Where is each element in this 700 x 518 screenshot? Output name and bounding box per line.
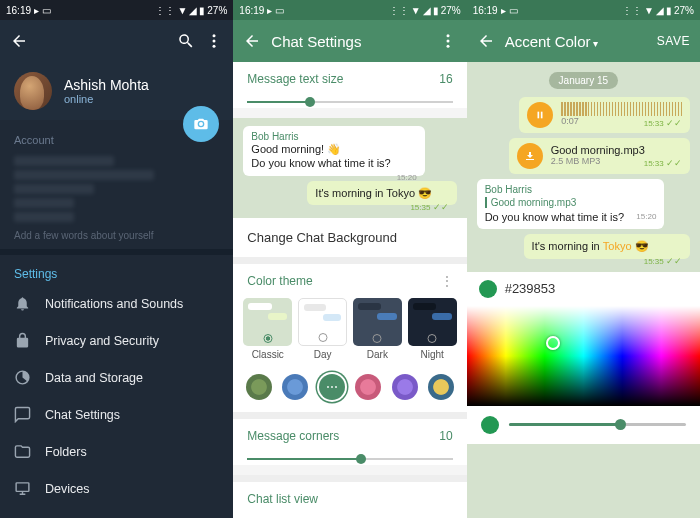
back-icon[interactable] bbox=[243, 32, 261, 50]
back-icon[interactable] bbox=[477, 32, 495, 50]
color-spectrum[interactable] bbox=[467, 306, 700, 406]
setting-data[interactable]: Data and Storage bbox=[0, 359, 233, 396]
date-pill: January 15 bbox=[549, 72, 618, 89]
theme-dark[interactable]: Dark bbox=[353, 298, 402, 360]
svg-point-7 bbox=[446, 45, 449, 48]
svg-point-1 bbox=[213, 40, 216, 43]
svg-rect-3 bbox=[16, 483, 29, 492]
page-title: Chat Settings bbox=[271, 33, 428, 50]
more-icon[interactable] bbox=[439, 32, 457, 50]
color-swatch[interactable] bbox=[282, 374, 308, 400]
color-swatch[interactable] bbox=[428, 374, 454, 400]
accent-dropdown[interactable]: Accent Color▾ bbox=[505, 33, 647, 50]
profile-header: Ashish Mohta online bbox=[0, 62, 233, 120]
setting-language[interactable]: Language bbox=[0, 507, 233, 518]
theme-night[interactable]: Night bbox=[408, 298, 457, 360]
color-swatch[interactable] bbox=[355, 374, 381, 400]
setting-devices[interactable]: Devices bbox=[0, 470, 233, 507]
status-bar: 16:19 ▸ ▭ ⋮⋮▼◢▮27% bbox=[0, 0, 233, 20]
svg-point-0 bbox=[213, 34, 216, 37]
setting-chat[interactable]: Chat Settings bbox=[0, 396, 233, 433]
settings-label: Settings bbox=[0, 255, 233, 285]
svg-point-5 bbox=[446, 34, 449, 37]
accent-toolbar: Accent Color▾ SAVE bbox=[467, 20, 700, 62]
color-preview-dot bbox=[479, 280, 497, 298]
svg-rect-8 bbox=[538, 112, 540, 119]
theme-day[interactable]: Day bbox=[298, 298, 347, 360]
status-bar: 16:19 ▸ ▭ ⋮⋮▼◢▮27% bbox=[233, 0, 466, 20]
profile-name: Ashish Mohta bbox=[64, 77, 149, 93]
status-bar: 16:19 ▸ ▭ ⋮⋮▼◢▮27% bbox=[467, 0, 700, 20]
svg-point-2 bbox=[213, 45, 216, 48]
profile-status: online bbox=[64, 93, 149, 105]
back-icon[interactable] bbox=[10, 32, 28, 50]
setting-folders[interactable]: Folders bbox=[0, 433, 233, 470]
theme-classic[interactable]: Classic bbox=[243, 298, 292, 360]
search-icon[interactable] bbox=[177, 32, 195, 50]
avatar[interactable] bbox=[14, 72, 52, 110]
chat-settings-toolbar: Chat Settings bbox=[233, 20, 466, 62]
more-icon[interactable] bbox=[205, 32, 223, 50]
setting-privacy[interactable]: Privacy and Security bbox=[0, 322, 233, 359]
pause-button[interactable] bbox=[527, 102, 553, 128]
color-swatch-selected[interactable]: ⋯ bbox=[319, 374, 345, 400]
corners-slider[interactable] bbox=[247, 453, 452, 465]
setting-notifications[interactable]: Notifications and Sounds bbox=[0, 285, 233, 322]
profile-toolbar bbox=[0, 20, 233, 62]
text-size-slider[interactable] bbox=[247, 96, 452, 108]
color-swatch[interactable] bbox=[246, 374, 272, 400]
svg-rect-9 bbox=[541, 112, 543, 119]
hex-display: #239853 bbox=[467, 272, 700, 306]
more-icon[interactable]: ⋮ bbox=[441, 274, 453, 288]
download-button[interactable] bbox=[517, 143, 543, 169]
chat-preview: Bob Harris Good morning! 👋 Do you know w… bbox=[233, 118, 466, 218]
change-background[interactable]: Change Chat Background bbox=[233, 218, 466, 264]
save-button[interactable]: SAVE bbox=[657, 34, 690, 48]
color-swatch[interactable] bbox=[392, 374, 418, 400]
svg-point-6 bbox=[446, 40, 449, 43]
brightness-slider[interactable] bbox=[467, 406, 700, 444]
